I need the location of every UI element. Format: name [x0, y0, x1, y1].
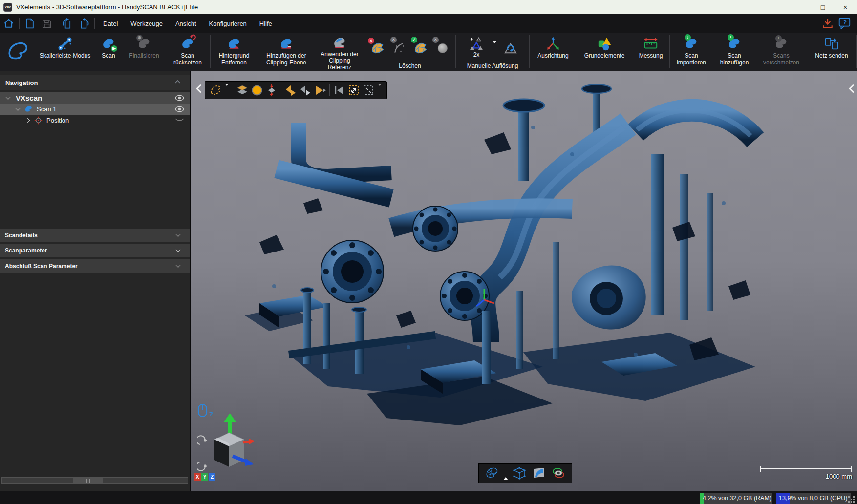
previous-scan-button[interactable] — [283, 83, 298, 98]
visibility-indicator[interactable] — [175, 118, 184, 123]
toolbar-button-ausrichtung[interactable]: Ausrichtung — [530, 33, 577, 71]
resolution-dropdown[interactable] — [490, 43, 499, 52]
scale-label: 1000 mm — [760, 473, 852, 480]
navigation-panel-header[interactable]: Navigation — [0, 75, 190, 90]
delete-curve-icon — [392, 41, 406, 55]
menu-hilfe[interactable]: Hilfe — [253, 14, 279, 33]
3d-viewport[interactable]: ? X Y Z — [191, 71, 857, 491]
toolbar-button-clipping-ebene[interactable]: Hinzufügen der Clipping-Ebene — [257, 33, 315, 71]
undo-button[interactable] — [59, 16, 76, 31]
expand-icon[interactable] — [25, 118, 30, 123]
xyz-axes-toggle[interactable]: X Y Z — [194, 473, 215, 481]
menu-konfigurieren[interactable]: Konfigurieren — [203, 14, 253, 33]
delete-mesh-selection-button[interactable]: × — [367, 37, 388, 59]
collapse-left-panel-button[interactable] — [195, 84, 203, 94]
collapse-right-panel-button[interactable] — [848, 84, 856, 94]
toolbar-button-scans-verschmelzen[interactable]: + Scans verschmelzen — [756, 33, 807, 71]
visibility-options-button[interactable] — [550, 465, 567, 481]
expand-icon[interactable] — [16, 106, 21, 111]
wireframe-mesh-icon — [485, 466, 499, 480]
maximize-button[interactable]: □ — [812, 0, 834, 14]
next-scan-button[interactable] — [313, 83, 327, 98]
send-mesh-icon — [824, 36, 839, 52]
toolbar-button-grundelemente[interactable]: Grundelemente — [577, 33, 632, 71]
menu-datei[interactable]: Datei — [97, 14, 124, 33]
toolbar-button-finalisieren[interactable]: ✱ Finalisieren — [123, 33, 165, 71]
keep-mesh-selection-button[interactable]: ✓ — [410, 37, 431, 59]
scan-pair-button[interactable] — [298, 83, 313, 98]
window-resize-grip[interactable] — [848, 496, 855, 503]
help-button[interactable]: ? — [836, 16, 853, 31]
new-session-button[interactable] — [21, 16, 38, 31]
optimize-resolution-button[interactable] — [499, 37, 522, 59]
menu-ansicht[interactable]: Ansicht — [169, 14, 203, 33]
finalize-icon: ✱ — [136, 36, 152, 52]
wireframe-view-button[interactable] — [484, 465, 500, 481]
close-button[interactable]: × — [834, 0, 857, 14]
application-window: VXe VXelements - 3D-Softwareplattform - … — [0, 0, 857, 504]
section-abschluss-scan-parameter[interactable]: Abschluß Scan Parameter — [0, 259, 190, 273]
delete-sphere-selection-button[interactable]: × — [431, 37, 453, 59]
visibility-toggle[interactable] — [175, 106, 184, 112]
section-scandetails[interactable]: Scandetails — [0, 229, 190, 242]
scrollbar-handle[interactable] — [73, 478, 103, 483]
toolbar-button-hintergrund-entfernen[interactable]: Hintergrund Entfernen — [211, 33, 257, 71]
view-mode-dropdown[interactable] — [503, 469, 508, 478]
save-session-button disabled[interactable] — [38, 16, 55, 31]
visibility-toggle[interactable] — [175, 95, 184, 101]
zoom-selection-button[interactable] — [361, 83, 376, 98]
chevron-down-icon — [176, 232, 181, 237]
toolbar-button-skalierleiste-modus[interactable]: Skalierleiste-Modus — [36, 33, 94, 71]
resolution-button[interactable]: 2x — [463, 37, 490, 59]
positioning-targets-button[interactable] — [250, 83, 264, 98]
toolbar-button-scan[interactable]: ▶ Scan — [94, 33, 123, 71]
toolbar-button-messung[interactable]: Messung — [632, 33, 669, 71]
expand-icon[interactable] — [6, 95, 11, 100]
zoom-tools-dropdown[interactable] — [376, 86, 384, 95]
scan-start-icon: ▶ — [101, 36, 116, 52]
title-bar: VXe VXelements - 3D-Softwareplattform - … — [0, 0, 857, 14]
home-icon — [2, 17, 15, 30]
clipping-planes-button[interactable] — [235, 83, 250, 98]
axis-z-badge: Z — [209, 473, 215, 481]
shrink-selection-button[interactable] — [264, 83, 279, 98]
optimize-resolution-icon — [503, 41, 518, 55]
vxscan-module-button[interactable] — [0, 33, 36, 71]
selection-mode-dropdown[interactable] — [223, 86, 231, 95]
home-button[interactable] — [0, 16, 17, 31]
surface-view-button[interactable] — [531, 465, 547, 481]
tree-node-scan1[interactable]: Scan 1 — [0, 104, 190, 115]
redo-button[interactable] — [76, 16, 92, 31]
zoom-extents-button[interactable] — [346, 83, 361, 98]
free-selection-button[interactable] — [208, 83, 223, 98]
navigation-title: Navigation — [5, 79, 38, 86]
3d-scan-model[interactable] — [230, 81, 768, 433]
section-scanparameter[interactable]: Scanparameter — [0, 244, 190, 257]
minimize-button[interactable]: – — [789, 0, 812, 14]
viewport-selection-toolbar — [205, 81, 387, 99]
flange-lower — [440, 272, 489, 320]
sidebar-horizontal-scrollbar[interactable] — [1, 477, 188, 484]
toolbar-group-manuelle-aufloesung: 2x Manuelle Auflösung — [456, 33, 529, 71]
compress-diamond-icon — [265, 84, 278, 97]
tree-node-position[interactable]: Position — [0, 115, 190, 126]
update-download-button[interactable] — [819, 16, 836, 31]
divider — [329, 84, 330, 96]
menu-werkzeuge[interactable]: Werkzeuge — [124, 14, 169, 33]
bounding-box-view-button[interactable] — [511, 465, 528, 481]
toolbar-button-scan-hinzufuegen[interactable]: + Scan hinzufügen — [713, 33, 756, 71]
toolbar-group-loeschen: × × ✓ × Löschen — [364, 33, 455, 71]
toolbar-button-scan-ruecksetzen[interactable]: Scan rücksetzen — [165, 33, 210, 71]
toolbar-button-netz-senden[interactable]: Netz senden — [807, 33, 856, 71]
collapse-panel-icon[interactable] — [175, 80, 180, 85]
gpu-usage-indicator: 13,9% von 8,0 GB (GPU) — [776, 493, 851, 504]
add-clipping-plane-icon — [279, 36, 294, 52]
toolbar-button-clipping-referenz[interactable]: Anwenden der Clipping Referenz — [315, 33, 364, 71]
navigation-cube[interactable] — [206, 413, 257, 477]
delete-curve-selection-button[interactable]: × — [388, 37, 410, 59]
tree-node-vxscan[interactable]: VXscan — [0, 92, 190, 104]
divider — [57, 18, 57, 29]
toolbar-button-scan-importieren[interactable]: ↓ Scan importieren — [670, 33, 713, 71]
window-title: VXelements - 3D-Softwareplattform - Hand… — [16, 3, 198, 11]
first-frame-button[interactable] — [332, 83, 346, 98]
